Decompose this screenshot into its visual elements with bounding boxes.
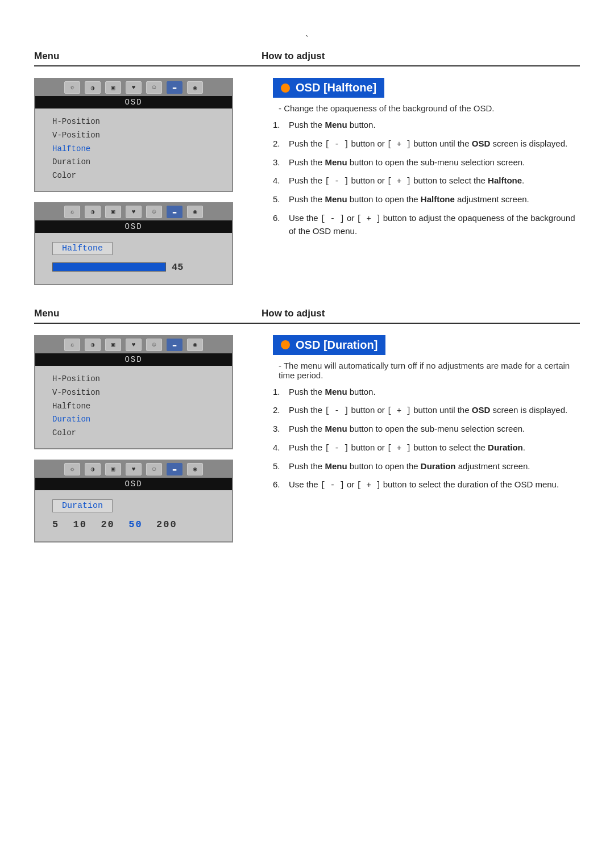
section1-body: ☼ ◑ ▣ ♥ ☺ ▬ ◉ OSD H-Position V-Position … bbox=[34, 78, 580, 285]
osd-sub-label-halftone: Halftone bbox=[52, 242, 113, 255]
section2-right: OSD [Duration] - The menu will automatic… bbox=[273, 335, 580, 542]
osd-icon-brightness: ☼ bbox=[64, 81, 80, 94]
osd-icon-2b-osd-active: ▬ bbox=[167, 463, 182, 475]
osd-icon-osd-active: ▬ bbox=[167, 81, 182, 94]
step-1-4: 4. Push the [ - ] button or [ + ] button… bbox=[273, 174, 580, 187]
osd-icon-2-size: ▣ bbox=[105, 339, 121, 351]
osd-item-duration-1: Duration bbox=[52, 156, 215, 169]
section-duration: Menu How to adjust ☼ ◑ ▣ ♥ ☺ ▬ ◉ OSD bbox=[34, 308, 580, 542]
osd-icon-2b-contrast: ◑ bbox=[85, 463, 101, 475]
osd-icons-bar-2: ☼ ◑ ▣ ♥ ☺ ▬ ◉ bbox=[35, 336, 232, 353]
step-1-1: 1. Push the Menu button. bbox=[273, 119, 580, 132]
osd-item-halftone-1: Halftone bbox=[52, 143, 215, 156]
osd-icon-2b-power: ◉ bbox=[187, 463, 203, 475]
osd-icon-2-contrast: ◑ bbox=[85, 339, 101, 351]
osd-icon-2-osd-active: ▬ bbox=[167, 339, 182, 351]
section1-header: Menu How to adjust bbox=[34, 51, 580, 66]
osd-item-hpos-1: H-Position bbox=[52, 115, 215, 129]
osd-icon-b-face: ☺ bbox=[146, 206, 162, 218]
osd-icons-bar-1b: ☼ ◑ ▣ ♥ ☺ ▬ ◉ bbox=[35, 203, 232, 220]
osd-icon-b-contrast: ◑ bbox=[85, 206, 101, 218]
osd-slider-track bbox=[52, 262, 166, 272]
osd-icon-2b-color: ♥ bbox=[126, 463, 142, 475]
osd-title-1: OSD bbox=[35, 96, 232, 108]
step-2-5: 5. Push the Menu button to open the Dura… bbox=[273, 460, 580, 473]
osd-item-duration-2: Duration bbox=[52, 413, 215, 427]
osd-icon-power: ◉ bbox=[187, 81, 203, 94]
step-1-6: 6. Use the [ - ] or [ + ] button to adju… bbox=[273, 212, 580, 238]
section2-body: ☼ ◑ ▣ ♥ ☺ ▬ ◉ OSD H-Position V-Position … bbox=[34, 335, 580, 542]
step-2-3: 3. Push the Menu button to open the sub-… bbox=[273, 423, 580, 436]
osd-screen-1-top: ☼ ◑ ▣ ♥ ☺ ▬ ◉ OSD H-Position V-Position … bbox=[34, 78, 233, 192]
osd-icon-b-color: ♥ bbox=[126, 206, 142, 218]
osd-item-vpos-2: V-Position bbox=[52, 386, 215, 400]
osd-icon-2b-brightness: ☼ bbox=[64, 463, 80, 475]
step-1-5: 5. Push the Menu button to open the Half… bbox=[273, 193, 580, 206]
osd-screen-1-bottom: ☼ ◑ ▣ ♥ ☺ ▬ ◉ OSD Halftone 45 bbox=[34, 202, 233, 285]
step-2-4: 4. Push the [ - ] button or [ + ] button… bbox=[273, 441, 580, 454]
osd-icon-2-face: ☺ bbox=[146, 339, 162, 351]
osd-icon-b-size: ▣ bbox=[105, 206, 121, 218]
osd-icon-size: ▣ bbox=[105, 81, 121, 94]
section1-left: ☼ ◑ ▣ ♥ ☺ ▬ ◉ OSD H-Position V-Position … bbox=[34, 78, 262, 285]
osd-title-1b: OSD bbox=[35, 220, 232, 233]
page: ` Menu How to adjust ☼ ◑ ▣ ♥ ☺ ▬ ◉ bbox=[0, 0, 614, 588]
section1-title: OSD [Halftone] bbox=[296, 81, 376, 94]
osd-slider-row: 45 bbox=[52, 262, 215, 273]
section1-adjust-label: How to adjust bbox=[262, 51, 580, 62]
osd-item-vpos-1: V-Position bbox=[52, 129, 215, 143]
osd-icons-bar-2b: ☼ ◑ ▣ ♥ ☺ ▬ ◉ bbox=[35, 461, 232, 478]
osd-icons-bar-1: ☼ ◑ ▣ ♥ ☺ ▬ ◉ bbox=[35, 79, 232, 96]
orange-dot-1 bbox=[281, 84, 290, 93]
section-halftone: Menu How to adjust ☼ ◑ ▣ ♥ ☺ ▬ ◉ OSD bbox=[34, 51, 580, 285]
step-1-3: 3. Push the Menu button to open the sub-… bbox=[273, 156, 580, 169]
osd-menu-2: H-Position V-Position Halftone Duration … bbox=[35, 366, 232, 448]
osd-sub-label-duration: Duration bbox=[52, 499, 113, 512]
osd-icon-2b-face: ☺ bbox=[146, 463, 162, 475]
osd-item-color-2: Color bbox=[52, 427, 215, 440]
osd-icon-contrast: ◑ bbox=[85, 81, 101, 94]
osd-icon-color: ♥ bbox=[126, 81, 142, 94]
section1-menu-label: Menu bbox=[34, 51, 262, 62]
section1-subtitle: - Change the opaqueness of the backgroun… bbox=[273, 103, 580, 113]
section2-header: Menu How to adjust bbox=[34, 308, 580, 324]
section2-steps: 1. Push the Menu button. 2. Push the [ -… bbox=[273, 386, 580, 492]
step-2-1: 1. Push the Menu button. bbox=[273, 386, 580, 399]
step-2-2: 2. Push the [ - ] button or [ + ] button… bbox=[273, 404, 580, 417]
osd-screen-2-bottom: ☼ ◑ ▣ ♥ ☺ ▬ ◉ OSD Duration 5 10 20 50 20… bbox=[34, 460, 233, 542]
osd-sub-content-1: Halftone 45 bbox=[35, 233, 232, 284]
section1-title-box: OSD [Halftone] bbox=[273, 78, 384, 98]
backtick: ` bbox=[34, 34, 580, 46]
step-1-2: 2. Push the [ - ] button or [ + ] button… bbox=[273, 137, 580, 151]
osd-slider-value: 45 bbox=[172, 262, 183, 273]
osd-menu-1: H-Position V-Position Halftone Duration … bbox=[35, 108, 232, 191]
duration-highlighted: 50 bbox=[128, 519, 142, 530]
section2-left: ☼ ◑ ▣ ♥ ☺ ▬ ◉ OSD H-Position V-Position … bbox=[34, 335, 262, 542]
section2-menu-label: Menu bbox=[34, 308, 262, 319]
osd-icon-b-osd-active: ▬ bbox=[167, 206, 182, 218]
osd-title-2b: OSD bbox=[35, 478, 232, 490]
osd-item-halftone-2: Halftone bbox=[52, 400, 215, 414]
orange-dot-2 bbox=[281, 340, 290, 349]
osd-icon-2b-size: ▣ bbox=[105, 463, 121, 475]
section1-right: OSD [Halftone] - Change the opaqueness o… bbox=[273, 78, 580, 285]
osd-screen-2-top: ☼ ◑ ▣ ♥ ☺ ▬ ◉ OSD H-Position V-Position … bbox=[34, 335, 233, 449]
step-2-6: 6. Use the [ - ] or [ + ] button to sele… bbox=[273, 478, 580, 491]
section2-title-box: OSD [Duration] bbox=[273, 335, 385, 355]
osd-sub-content-2: Duration 5 10 20 50 200 bbox=[35, 490, 232, 541]
osd-icon-2-color: ♥ bbox=[126, 339, 142, 351]
osd-icon-face: ☺ bbox=[146, 81, 162, 94]
section2-title: OSD [Duration] bbox=[296, 339, 377, 352]
osd-duration-row: 5 10 20 50 200 bbox=[52, 519, 215, 530]
osd-icon-2-power: ◉ bbox=[187, 339, 203, 351]
osd-icon-b-power: ◉ bbox=[187, 206, 203, 218]
section2-adjust-label: How to adjust bbox=[262, 308, 580, 319]
osd-item-hpos-2: H-Position bbox=[52, 373, 215, 386]
osd-title-2: OSD bbox=[35, 353, 232, 366]
osd-icon-2-brightness: ☼ bbox=[64, 339, 80, 351]
section1-steps: 1. Push the Menu button. 2. Push the [ -… bbox=[273, 119, 580, 237]
osd-icon-b-brightness: ☼ bbox=[64, 206, 80, 218]
section2-subtitle: - The menu will automatically turn off i… bbox=[273, 361, 580, 380]
osd-item-color-1: Color bbox=[52, 169, 215, 183]
